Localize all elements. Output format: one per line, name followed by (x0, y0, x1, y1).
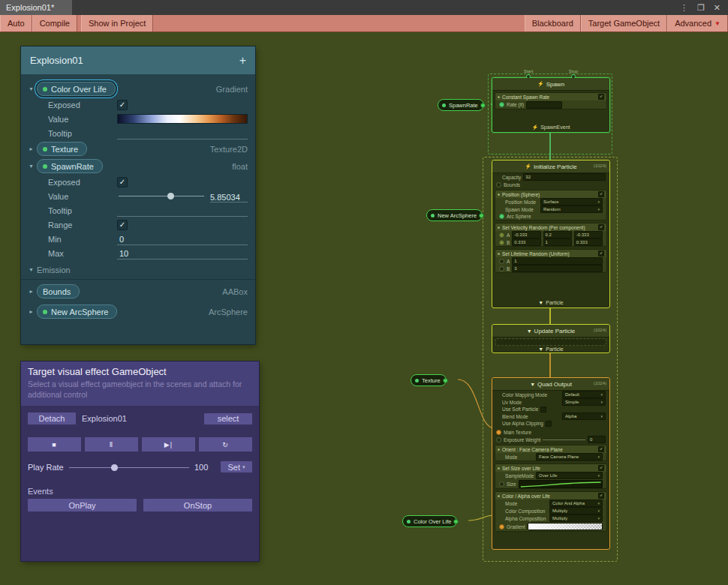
blend-mode-dropdown[interactable]: Alpha (562, 412, 606, 420)
update-context-node[interactable]: ▼ Update Particle (1024) ▼ Particle (492, 324, 610, 353)
uv-mode-dropdown[interactable]: Simple (562, 398, 606, 406)
position-sphere-block[interactable]: Position (Sphere) ✓ Position Mode Surfac… (495, 190, 607, 220)
main-texture-input-port[interactable] (496, 430, 501, 435)
edge-colorlife-to-gradient[interactable] (468, 515, 495, 520)
min-input[interactable]: 0 (117, 232, 248, 245)
rate-input-port[interactable] (499, 102, 504, 107)
initialize-particle-output-port[interactable]: ▼ Particle (492, 298, 609, 308)
bounds-input-port[interactable] (496, 182, 501, 188)
value-slider[interactable] (117, 190, 206, 202)
exposure-field[interactable]: 0 (588, 436, 606, 443)
chevron-down-icon[interactable]: ▾ (26, 266, 37, 273)
play-rate-value[interactable]: 100 (194, 463, 215, 472)
soft-particle-checkbox[interactable] (540, 406, 546, 412)
initialize-node-header[interactable]: ⚡ Initialize Particle (1024) (492, 160, 609, 173)
range-checkbox[interactable]: ✓ (117, 220, 128, 230)
max-input[interactable]: 10 (117, 247, 248, 260)
color-mode-dropdown[interactable]: Color And Alpha (549, 500, 603, 507)
stop-button[interactable]: ■ (28, 437, 81, 452)
block-collapse-dot[interactable] (498, 495, 500, 497)
alpha-clipping-checkbox[interactable] (546, 421, 552, 427)
block-enabled-checkbox[interactable]: ✓ (598, 94, 604, 100)
compile-button[interactable]: Compile (32, 15, 77, 32)
target-panel-header[interactable]: Target visual effect GameObject Select a… (21, 362, 259, 406)
category-row-emission[interactable]: ▾ Emission (21, 260, 255, 279)
block-enabled-checkbox[interactable]: ✓ (598, 224, 604, 230)
graph-canvas[interactable]: Start Stop ⚡ Spawn Constant Spawn Rate ✓… (0, 32, 728, 585)
tooltip-input[interactable] (117, 127, 248, 140)
block-collapse-dot[interactable] (498, 253, 500, 255)
update-particle-output-port[interactable]: ▼ Particle (492, 346, 609, 352)
edge-texture-to-maintexture[interactable] (458, 380, 495, 428)
param-node-color-over-life[interactable]: Color Over Life (402, 515, 457, 527)
property-pill-color-over-life[interactable]: Color Over Life (37, 82, 116, 96)
pause-button[interactable]: Ⅱ (85, 437, 138, 452)
orient-mode-dropdown[interactable]: Face Camera Plane (536, 453, 603, 460)
play-rate-slider[interactable] (69, 462, 189, 472)
exposure-slider[interactable] (543, 440, 585, 440)
param-node-texture[interactable]: Texture (411, 374, 447, 386)
property-pill-new-arcsphere[interactable]: New ArcSphere (37, 304, 117, 319)
target-gameobject-toggle-button[interactable]: Target GameObject (581, 15, 667, 32)
spawn-mode-dropdown[interactable]: Random (540, 206, 603, 213)
exposure-weight-port[interactable] (496, 437, 501, 442)
blackboard-header[interactable]: Explosion01 + (21, 46, 255, 74)
maximize-icon[interactable]: ❐ (697, 3, 705, 13)
param-node-new-arcsphere[interactable]: New ArcSphere (426, 209, 483, 221)
chevron-right-icon[interactable]: ▸ (26, 288, 37, 295)
tooltip-input[interactable] (117, 204, 248, 217)
initialize-context-node[interactable]: ⚡ Initialize Particle (1024) Capacity 32… (492, 160, 610, 308)
block-enabled-checkbox[interactable]: ✓ (598, 465, 604, 471)
auto-button[interactable]: Auto (0, 15, 32, 32)
chevron-right-icon[interactable]: ▸ (26, 308, 37, 315)
block-enabled-checkbox[interactable]: ✓ (598, 191, 604, 197)
document-tab[interactable]: Explosion01* (0, 0, 72, 15)
block-enabled-checkbox[interactable]: ✓ (598, 446, 604, 452)
arcsphere-input-port[interactable] (499, 214, 504, 219)
step-button[interactable]: ▶| (142, 437, 195, 452)
close-icon[interactable]: ✕ (714, 3, 720, 13)
output-node-header[interactable]: ▼ Quad Output (1024) (492, 378, 609, 391)
orient-block[interactable]: Orient : Face Camera Plane ✓ Mode Face C… (495, 445, 607, 461)
color-mapping-dropdown[interactable]: Default (562, 391, 606, 398)
velocity-a-port[interactable] (499, 232, 504, 238)
velocity-b-port[interactable] (499, 240, 504, 245)
show-in-project-button[interactable]: Show in Project (81, 15, 153, 32)
chevron-down-icon[interactable]: ▾ (26, 86, 37, 92)
block-enabled-checkbox[interactable]: ✓ (598, 493, 604, 499)
onplay-button[interactable]: OnPlay (28, 499, 137, 512)
chevron-right-icon[interactable]: ▸ (26, 146, 37, 152)
lifetime-b-field[interactable]: 3 (512, 265, 603, 272)
gradient-input-port[interactable] (499, 524, 504, 530)
velocity-a-x-field[interactable]: -0.333 (512, 231, 540, 238)
color-alpha-over-life-block[interactable]: Color / Alpha over Life ✓ Mode Color And… (495, 491, 607, 532)
onstop-button[interactable]: OnStop (143, 499, 252, 512)
block-collapse-dot[interactable] (498, 194, 500, 196)
alpha-composition-dropdown[interactable]: Multiply (549, 514, 603, 522)
set-velocity-random-block[interactable]: Set Velocity Random (Per component) ✓ A … (495, 223, 607, 247)
gradient-value-field[interactable] (117, 114, 248, 124)
chevron-down-icon[interactable]: ▾ (26, 163, 37, 170)
block-enabled-checkbox[interactable]: ✓ (598, 250, 604, 256)
capacity-field[interactable]: 32 (523, 173, 606, 181)
size-input-port[interactable] (499, 482, 504, 487)
param-output-port[interactable] (443, 378, 448, 383)
blackboard-toggle-button[interactable]: Blackboard (525, 15, 581, 32)
property-pill-bounds[interactable]: Bounds (37, 284, 80, 298)
constant-spawn-rate-block[interactable]: Constant Spawn Rate ✓ Rate (it) (495, 92, 607, 110)
position-mode-dropdown[interactable]: Surface (540, 198, 603, 206)
velocity-a-y-field[interactable]: 0.2 (543, 231, 572, 238)
velocity-b-z-field[interactable]: 0.333 (574, 238, 603, 246)
lifetime-b-port[interactable] (499, 266, 504, 272)
block-collapse-dot[interactable] (498, 448, 500, 451)
spawn-node-header[interactable]: ⚡ Spawn (492, 78, 609, 91)
update-node-header[interactable]: ▼ Update Particle (1024) (492, 325, 609, 338)
select-button[interactable]: select (204, 413, 252, 424)
set-lifetime-random-block[interactable]: Set Lifetime Random (Uniform) ✓ A 1 B 3 (495, 249, 607, 273)
velocity-a-z-field[interactable]: -0.333 (574, 231, 603, 238)
quad-output-context-node[interactable]: ▼ Quad Output (1024) Color Mapping Mode … (492, 377, 610, 550)
lifetime-a-field[interactable]: 1 (512, 257, 603, 265)
param-output-port[interactable] (480, 103, 486, 108)
kebab-menu-icon[interactable]: ⋮ (680, 3, 688, 13)
value-number-field[interactable]: 5.85034 (210, 190, 248, 202)
